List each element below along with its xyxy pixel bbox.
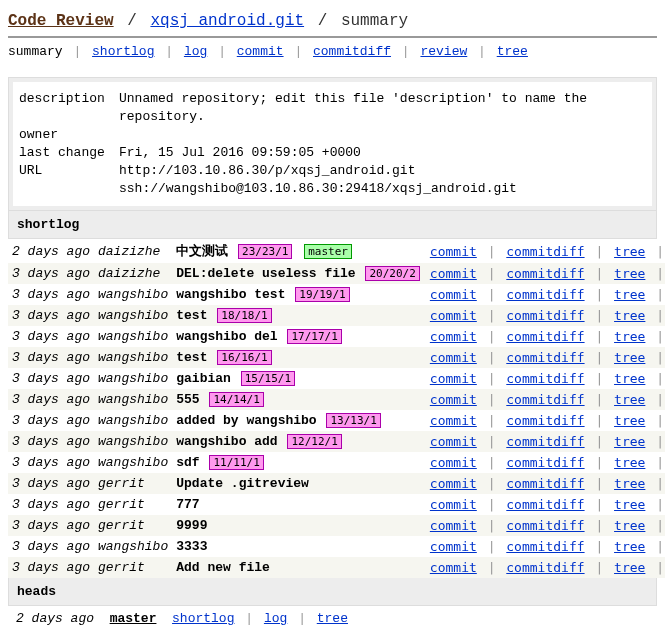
table-row: 3 days agowangshiboadded by wangshibo 13… — [8, 410, 665, 431]
action-commitdiff[interactable]: commitdiff — [506, 497, 584, 512]
heads-shortlog[interactable]: shortlog — [172, 611, 234, 626]
action-commit[interactable]: commit — [430, 476, 477, 491]
owner-value — [119, 126, 646, 144]
action-commit[interactable]: commit — [430, 497, 477, 512]
commit-subject: wangshibo test — [176, 287, 285, 302]
commit-subject-cell: Update .gitreview — [172, 473, 426, 494]
action-commit[interactable]: commit — [430, 434, 477, 449]
action-tree[interactable]: tree — [614, 413, 645, 428]
action-tree[interactable]: tree — [614, 308, 645, 323]
action-commitdiff[interactable]: commitdiff — [506, 518, 584, 533]
commit-subject-cell: Add new file — [172, 557, 426, 578]
action-tree[interactable]: tree — [614, 266, 645, 281]
commit-subject: wangshibo add — [176, 434, 277, 449]
commit-author: wangshibo — [94, 326, 172, 347]
action-commitdiff[interactable]: commitdiff — [506, 287, 584, 302]
action-commitdiff[interactable]: commitdiff — [506, 413, 584, 428]
action-commitdiff[interactable]: commitdiff — [506, 455, 584, 470]
ref-badge[interactable]: 17/17/1 — [287, 329, 341, 344]
ref-badge[interactable]: 13/13/1 — [326, 413, 380, 428]
breadcrumb: Code Review / xqsj_android.git / summary — [8, 8, 657, 34]
ref-badge[interactable]: 14/14/1 — [209, 392, 263, 407]
action-commitdiff[interactable]: commitdiff — [506, 329, 584, 344]
action-commitdiff[interactable]: commitdiff — [506, 266, 584, 281]
action-commitdiff[interactable]: commitdiff — [506, 560, 584, 575]
commit-age: 3 days ago — [8, 536, 94, 557]
action-commitdiff[interactable]: commitdiff — [506, 371, 584, 386]
action-commit[interactable]: commit — [430, 308, 477, 323]
master-badge[interactable]: master — [304, 244, 352, 259]
ref-badge[interactable]: 15/15/1 — [241, 371, 295, 386]
heads-age: 2 days ago — [16, 611, 94, 626]
action-tree[interactable]: tree — [614, 455, 645, 470]
action-tree[interactable]: tree — [614, 329, 645, 344]
commit-subject: 3333 — [176, 539, 207, 554]
action-commitdiff[interactable]: commitdiff — [506, 350, 584, 365]
nav-log[interactable]: log — [184, 44, 207, 59]
action-commitdiff[interactable]: commitdiff — [506, 476, 584, 491]
commit-actions: commit | commitdiff | tree | snapshot — [426, 452, 665, 473]
action-tree[interactable]: tree — [614, 497, 645, 512]
action-commit[interactable]: commit — [430, 392, 477, 407]
action-tree[interactable]: tree — [614, 244, 645, 259]
nav-shortlog[interactable]: shortlog — [92, 44, 154, 59]
ref-badge[interactable]: 11/11/1 — [209, 455, 263, 470]
action-tree[interactable]: tree — [614, 539, 645, 554]
action-commit[interactable]: commit — [430, 518, 477, 533]
action-commit[interactable]: commit — [430, 413, 477, 428]
action-commitdiff[interactable]: commitdiff — [506, 244, 584, 259]
action-commit[interactable]: commit — [430, 266, 477, 281]
commit-subject: wangshibo del — [176, 329, 277, 344]
heads-branch[interactable]: master — [110, 611, 157, 626]
action-tree[interactable]: tree — [614, 434, 645, 449]
ref-badge[interactable]: 18/18/1 — [217, 308, 271, 323]
commit-subject: test — [176, 308, 207, 323]
commit-actions: commit | commitdiff | tree | snapshot — [426, 494, 665, 515]
nav-review[interactable]: review — [420, 44, 467, 59]
action-tree[interactable]: tree — [614, 518, 645, 533]
commit-author: gerrit — [94, 494, 172, 515]
heads-log[interactable]: log — [264, 611, 287, 626]
repo-link[interactable]: xqsj_android.git — [150, 12, 304, 30]
commit-actions: commit | commitdiff | tree | snapshot — [426, 284, 665, 305]
ref-badge[interactable]: 23/23/1 — [238, 244, 292, 259]
action-commit[interactable]: commit — [430, 560, 477, 575]
action-commitdiff[interactable]: commitdiff — [506, 434, 584, 449]
commit-age: 3 days ago — [8, 473, 94, 494]
ref-badge[interactable]: 16/16/1 — [217, 350, 271, 365]
nav-commit[interactable]: commit — [237, 44, 284, 59]
ref-badge[interactable]: 19/19/1 — [295, 287, 349, 302]
nav-commitdiff[interactable]: commitdiff — [313, 44, 391, 59]
action-commit[interactable]: commit — [430, 371, 477, 386]
nav-tree[interactable]: tree — [497, 44, 528, 59]
commit-subject-cell: sdf 11/11/1 — [172, 452, 426, 473]
table-row: 3 days agowangshibo3333commit | commitdi… — [8, 536, 665, 557]
ref-badge[interactable]: 12/12/1 — [287, 434, 341, 449]
action-commit[interactable]: commit — [430, 329, 477, 344]
ref-badge[interactable]: 20/20/2 — [365, 266, 419, 281]
commit-subject: sdf — [176, 455, 199, 470]
commit-age: 3 days ago — [8, 557, 94, 578]
action-tree[interactable]: tree — [614, 371, 645, 386]
action-commitdiff[interactable]: commitdiff — [506, 308, 584, 323]
heads-tree[interactable]: tree — [317, 611, 348, 626]
commit-actions: commit | commitdiff | tree | snapshot — [426, 473, 665, 494]
commit-actions: commit | commitdiff | tree | snapshot — [426, 431, 665, 452]
action-commit[interactable]: commit — [430, 455, 477, 470]
action-tree[interactable]: tree — [614, 392, 645, 407]
action-commit[interactable]: commit — [430, 287, 477, 302]
commit-subject-cell: 777 — [172, 494, 426, 515]
action-tree[interactable]: tree — [614, 476, 645, 491]
commit-author: wangshibo — [94, 389, 172, 410]
brand-link[interactable]: Code Review — [8, 12, 114, 30]
action-commitdiff[interactable]: commitdiff — [506, 392, 584, 407]
action-commit[interactable]: commit — [430, 539, 477, 554]
action-commitdiff[interactable]: commitdiff — [506, 539, 584, 554]
action-tree[interactable]: tree — [614, 560, 645, 575]
action-commit[interactable]: commit — [430, 244, 477, 259]
action-tree[interactable]: tree — [614, 287, 645, 302]
action-commit[interactable]: commit — [430, 350, 477, 365]
action-tree[interactable]: tree — [614, 350, 645, 365]
commit-author: daizizhe — [94, 239, 172, 263]
commit-subject: DEL:delete useless file — [176, 266, 355, 281]
